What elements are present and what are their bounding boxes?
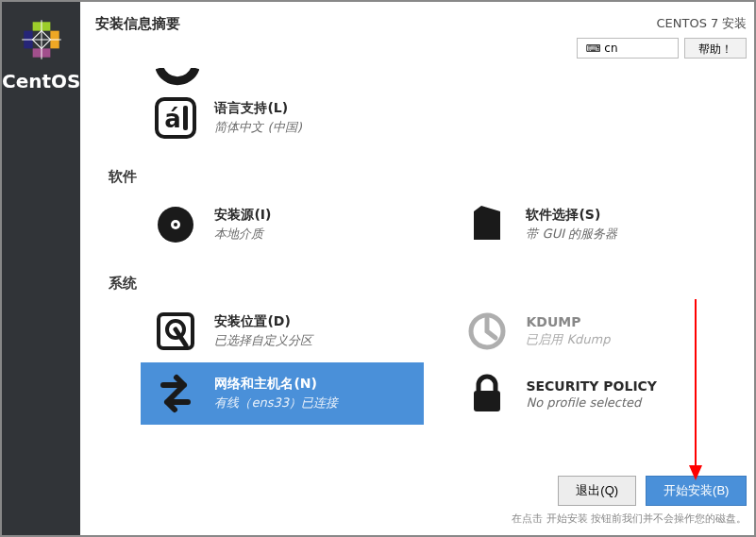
begin-installation-button[interactable]: 开始安装(B) [646,476,747,506]
spoke-subtitle: 本地介质 [214,226,271,243]
language-icon: á [154,96,197,140]
keyboard-layout-selector[interactable]: ⌨ cn [577,38,679,59]
spoke-subtitle: 简体中文 (中国) [214,119,301,136]
spoke-subtitle: 有线（ens33）已连接 [214,394,338,411]
category-software: 软件 [109,168,735,186]
spoke-subtitle: No profile selected [526,395,657,410]
network-hostname-spoke[interactable]: 网络和主机名(N) 有线（ens33）已连接 [141,362,424,425]
spoke-title: KDUMP [526,314,610,329]
installation-source-spoke[interactable]: 安装源(I) 本地介质 [141,193,424,256]
header: 安装信息摘要 CENTOS 7 安装 ⌨ cn 帮助！ [80,2,756,59]
keyboard-icon: ⌨ [585,42,600,55]
network-icon [154,372,197,415]
disc-icon [154,203,197,246]
svg-text:á: á [165,105,182,133]
spoke-title: 安装位置(D) [214,313,312,330]
partial-disc-icon [156,68,735,87]
installation-destination-spoke[interactable]: 安装位置(D) 已选择自定义分区 [141,300,424,362]
language-support-spoke[interactable]: á 语言支持(L) 简体中文 (中国) [141,87,424,149]
spoke-title: 网络和主机名(N) [214,376,338,393]
disk-icon [154,310,197,353]
svg-rect-17 [474,391,500,411]
package-icon [465,203,509,246]
content-area: á 语言支持(L) 简体中文 (中国) 软件 安装 [80,59,756,468]
spoke-title: SECURITY POLICY [526,378,657,394]
software-selection-spoke[interactable]: 软件选择(S) 带 GUI 的服务器 [452,193,735,256]
centos-logo-icon [17,15,66,64]
quit-button[interactable]: 退出(Q) [558,476,636,506]
spoke-subtitle: 已启用 Kdump [526,331,610,348]
footer: 退出(Q) 开始安装(B) 在点击 开始安装 按钮前我们并不会操作您的磁盘。 [80,468,756,535]
security-policy-spoke[interactable]: SECURITY POLICY No profile selected [452,362,735,425]
svg-point-12 [174,223,177,227]
spoke-title: 语言支持(L) [214,100,301,117]
installer-name: CENTOS 7 安装 [577,15,747,32]
lock-icon [465,372,509,415]
spoke-title: 安装源(I) [214,207,271,224]
spoke-subtitle: 已选择自定义分区 [214,332,312,349]
sidebar: CentOS [2,2,80,535]
footer-hint: 在点击 开始安装 按钮前我们并不会操作您的磁盘。 [512,512,747,526]
svg-rect-9 [183,106,188,130]
spoke-title: 软件选择(S) [526,207,617,224]
spoke-subtitle: 带 GUI 的服务器 [526,226,617,243]
category-system: 系统 [109,275,735,293]
help-button[interactable]: 帮助！ [684,38,747,59]
kdump-icon [465,310,509,353]
page-title: 安装信息摘要 [95,15,180,33]
layout-code: cn [604,42,617,55]
kdump-spoke[interactable]: KDUMP 已启用 Kdump [452,300,735,362]
brand-name: CentOS [2,70,80,92]
